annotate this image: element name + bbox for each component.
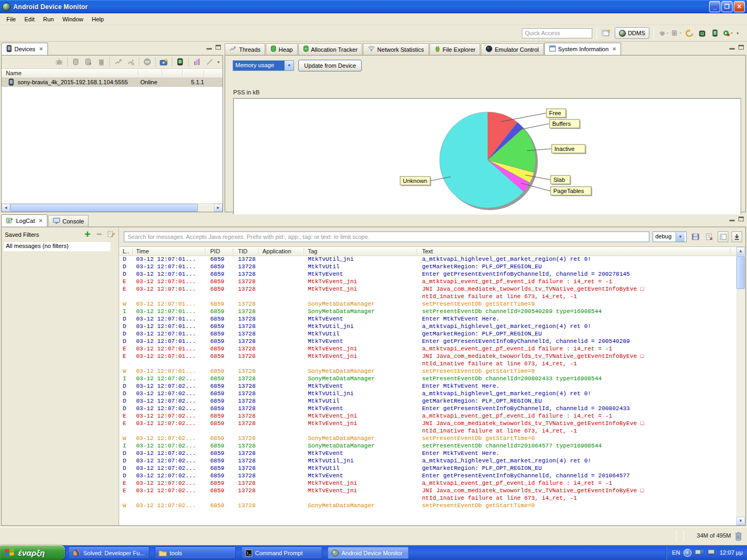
log-row[interactable]: D03-12 12:07:02...685913728MtkTvUtil_jni… [120, 458, 736, 465]
column-application[interactable]: Application [263, 248, 291, 254]
delete-filter-icon[interactable] [96, 230, 103, 239]
filter-list-item[interactable]: All messages (no filters) [4, 242, 110, 251]
menu-file[interactable]: File [2, 14, 20, 24]
view-menu-caret[interactable]: ▼ [217, 60, 220, 64]
edit-filter-icon[interactable] [107, 230, 115, 239]
log-row[interactable]: ntId_1native failure at line 673, i4_ret… [120, 428, 736, 435]
open-perspective-icon[interactable] [601, 28, 612, 38]
maximize-view-icon[interactable] [738, 217, 744, 221]
log-row[interactable]: E03-12 12:07:01...685913728MtkTvEvent_jn… [120, 353, 736, 361]
close-button[interactable]: ✕ [734, 1, 745, 12]
log-row[interactable]: D03-12 12:07:02...685913728MtkTvUtilgetM… [120, 465, 736, 473]
log-row[interactable]: E03-12 12:07:01...685913728MtkTvEvent_jn… [120, 278, 736, 286]
screen-capture-phone-icon[interactable] [174, 57, 186, 67]
start-button[interactable]: έναρξη [0, 545, 65, 560]
tab-threads[interactable]: Threads [225, 43, 265, 55]
scroll-up-icon[interactable]: ▲ [736, 247, 745, 255]
external-tools-icon[interactable] [722, 28, 733, 38]
column-name[interactable]: Name [6, 70, 21, 76]
avd-manager-icon[interactable] [710, 28, 720, 38]
update-heap-icon[interactable] [70, 57, 82, 67]
log-row[interactable]: D03-12 12:07:02...685913728MtkTvEventEnt… [120, 473, 736, 480]
log-level-select[interactable]: debug ▼ [653, 231, 687, 242]
menu-help[interactable]: Help [88, 14, 108, 24]
log-row[interactable]: I03-12 12:07:01...685913728SonyMetaDataM… [120, 308, 736, 316]
log-row[interactable]: D03-12 12:07:01...685913728MtkTvUtil_jni… [120, 323, 736, 331]
close-icon[interactable]: ✕ [38, 218, 43, 223]
device-row[interactable]: sony-bravia_4k_2015-192.168.1.104:5555 O… [2, 78, 222, 87]
task-command-prompt[interactable]: Command Prompt [241, 547, 322, 559]
hide-arrow-icon[interactable]: ‹ [684, 549, 692, 557]
toolbar-overflow-caret[interactable]: ▼ [736, 31, 740, 35]
close-icon[interactable]: ✕ [39, 46, 43, 52]
log-row[interactable]: E03-12 12:07:01...685913728MtkTvEvent_jn… [120, 286, 736, 293]
run-garbage-collector-icon[interactable] [734, 531, 743, 542]
log-row[interactable]: E03-12 12:07:02...685913728MtkTvEvent_jn… [120, 487, 736, 495]
last-edit-location-icon[interactable] [684, 28, 695, 38]
log-row[interactable]: E03-12 12:07:02...685913728MtkTvEvent_jn… [120, 420, 736, 428]
tab-system-information[interactable]: System Information✕ [544, 43, 621, 55]
menu-window[interactable]: Window [58, 14, 88, 24]
column-tid[interactable]: TID [238, 248, 248, 254]
minimize-view-icon[interactable] [729, 217, 735, 221]
log-row[interactable]: W03-12 12:07:02...685913728SonyMetaDataM… [120, 502, 736, 510]
log-row[interactable]: D03-12 12:07:01...685913728MtkTvUtil_jni… [120, 256, 736, 263]
log-row[interactable]: D03-12 12:07:02...685913728MtkTvUtilgetM… [120, 398, 736, 405]
minimize-view-icon[interactable] [729, 45, 735, 50]
stop-threads-icon[interactable] [125, 57, 137, 67]
search-input[interactable] [124, 231, 649, 242]
debug-dropdown-icon[interactable] [658, 28, 669, 38]
tab-allocation-tracker[interactable]: Allocation Tracker [298, 43, 362, 55]
scroll-left-icon[interactable]: ◄ [2, 204, 10, 212]
log-row[interactable]: W03-12 12:07:01...685913728SonyMetaDataM… [120, 368, 736, 375]
log-row[interactable]: I03-12 12:07:02...685913728SonyMetaDataM… [120, 375, 736, 383]
sysinfo-chart-icon[interactable] [191, 57, 203, 67]
memory-usage-select[interactable]: Memory usage ▼ [233, 60, 294, 71]
maximize-view-icon[interactable] [738, 45, 744, 50]
log-row[interactable]: E03-12 12:07:02...685913728MtkTvEvent_jn… [120, 413, 736, 420]
log-row[interactable]: D03-12 12:07:01...685913728MtkTvEventEnt… [120, 271, 736, 278]
devices-horizontal-scrollbar[interactable]: ◄ ► [2, 203, 222, 212]
display-settings-icon[interactable] [707, 548, 716, 557]
scrollbar-thumb[interactable] [10, 204, 198, 212]
column-time[interactable]: Time [136, 248, 149, 254]
minimize-button[interactable]: _ [709, 1, 720, 12]
column-pid[interactable]: PID [210, 248, 220, 254]
minimize-view-icon[interactable] [206, 45, 212, 50]
tab-emulator-control[interactable]: Emulator Control [481, 43, 544, 55]
column-tag[interactable]: Tag [308, 248, 317, 254]
log-row[interactable]: D03-12 12:07:01...685913728MtkTvUtilgetM… [120, 331, 736, 338]
tab-heap[interactable]: Heap [266, 43, 297, 55]
restore-button[interactable]: ❐ [721, 1, 733, 12]
screenshot-camera-icon[interactable] [158, 57, 170, 67]
method-profiling-icon[interactable] [204, 57, 216, 67]
scrollbar-thumb[interactable] [736, 256, 745, 289]
sdk-manager-icon[interactable] [697, 28, 708, 38]
task-tools[interactable]: tools [155, 547, 236, 559]
log-row[interactable]: E03-12 12:07:01...685913728MtkTvEvent_jn… [120, 346, 736, 353]
log-row[interactable]: D03-12 12:07:02...685913728MtkTvEventEnt… [120, 405, 736, 413]
tab-network-statistics[interactable]: Network Statistics [363, 43, 428, 55]
update-from-device-button[interactable]: Update from Device [298, 60, 362, 71]
stop-process-icon[interactable] [141, 57, 153, 67]
log-row[interactable]: D03-12 12:07:02...685913728MtkTvEventEnt… [120, 383, 736, 390]
log-row[interactable]: ntId_1native failure at line 673, i4_ret… [120, 293, 736, 301]
log-row[interactable]: D03-12 12:07:01...685913728MtkTvEventEnt… [120, 338, 736, 346]
log-row[interactable]: I03-12 12:07:02...685913728SonyMetaDataM… [120, 443, 736, 450]
scroll-to-bottom-icon[interactable] [732, 231, 742, 242]
wireless-network-icon[interactable] [695, 548, 704, 557]
log-row[interactable]: E03-12 12:07:02...685913728MtkTvEvent_jn… [120, 480, 736, 487]
add-filter-icon[interactable] [84, 230, 91, 239]
maximize-view-icon[interactable] [216, 45, 221, 50]
log-row[interactable]: ntId_1native failure at line 673, i4_ret… [120, 495, 736, 502]
log-row[interactable]: D03-12 12:07:01...685913728MtkTvEventEnt… [120, 316, 736, 323]
column-text[interactable]: Text [422, 248, 433, 254]
log-row[interactable]: D03-12 12:07:02...685913728MtkTvEventEnt… [120, 450, 736, 458]
tab-logcat[interactable]: LogCat✕ [1, 214, 47, 227]
close-icon[interactable]: ✕ [613, 46, 617, 52]
task-android-device-monitor[interactable]: Android Device Monitor [328, 547, 409, 559]
column-l[interactable]: L.. [123, 248, 129, 254]
scroll-right-icon[interactable]: ► [214, 204, 222, 212]
log-row[interactable]: W03-12 12:07:02...685913728SonyMetaDataM… [120, 435, 736, 443]
menu-edit[interactable]: Edit [20, 14, 39, 24]
